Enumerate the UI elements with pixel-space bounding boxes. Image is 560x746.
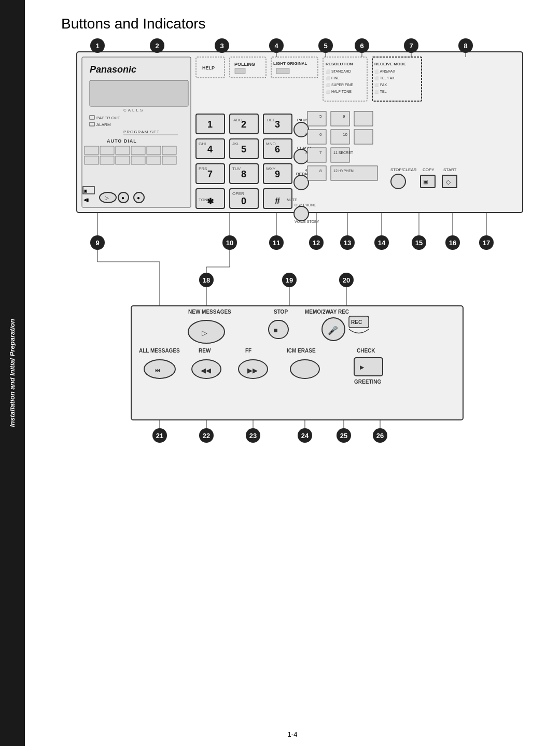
svg-text:3: 3: [220, 42, 223, 50]
svg-text:STOP: STOP: [274, 309, 288, 315]
svg-text:0: 0: [241, 196, 246, 206]
svg-text:▷: ▷: [202, 329, 207, 337]
svg-point-121: [391, 174, 405, 189]
svg-text:⏹: ⏹: [273, 327, 278, 333]
svg-text:#: #: [275, 196, 280, 206]
svg-text:ICM ERASE: ICM ERASE: [287, 348, 316, 354]
svg-rect-116: [331, 166, 377, 180]
svg-text:7: 7: [409, 42, 413, 50]
svg-text:21: 21: [156, 432, 163, 440]
svg-rect-101: [354, 111, 373, 126]
svg-rect-12: [85, 146, 99, 154]
svg-rect-3: [90, 80, 188, 106]
svg-text:2: 2: [155, 42, 159, 50]
svg-text:5: 5: [241, 144, 246, 154]
svg-text:◀◀: ◀◀: [201, 367, 211, 374]
svg-text:1: 1: [95, 42, 99, 50]
svg-rect-17: [162, 146, 176, 154]
svg-text:PRS: PRS: [199, 166, 207, 171]
svg-text:✱: ✱: [207, 197, 214, 206]
svg-rect-14: [116, 146, 130, 154]
svg-text:18: 18: [203, 276, 210, 284]
svg-text:▣: ▣: [423, 179, 428, 185]
svg-text:⬜ SUPER FINE: ⬜ SUPER FINE: [326, 82, 353, 87]
svg-text:⬜ TEL: ⬜ TEL: [374, 89, 387, 94]
svg-rect-182: [269, 320, 288, 339]
svg-text:5: 5: [319, 114, 322, 119]
svg-text:6: 6: [360, 42, 363, 50]
svg-text:TUV: TUV: [232, 166, 241, 171]
svg-point-199: [290, 360, 319, 378]
svg-text:2: 2: [305, 132, 307, 136]
svg-rect-15: [131, 146, 145, 154]
svg-text:MUTE: MUTE: [287, 198, 297, 202]
svg-text:25: 25: [340, 432, 347, 440]
svg-text:4: 4: [207, 144, 213, 154]
svg-text:19: 19: [286, 276, 293, 284]
svg-text:7: 7: [319, 150, 322, 155]
svg-text:3: 3: [275, 119, 280, 130]
svg-text:●: ●: [121, 195, 124, 201]
svg-text:NEW MESSAGES: NEW MESSAGES: [188, 309, 231, 315]
svg-rect-40: [276, 68, 289, 74]
main-content: Buttons and Indicators Panasonic CALLS P…: [25, 0, 560, 746]
svg-text:7: 7: [207, 169, 213, 179]
svg-text:2: 2: [241, 119, 246, 130]
svg-rect-109: [307, 148, 326, 162]
svg-rect-201: [354, 358, 383, 376]
svg-text:9: 9: [343, 114, 345, 119]
svg-text:4: 4: [274, 42, 278, 50]
svg-rect-97: [307, 111, 326, 126]
svg-text:11 SECRET: 11 SECRET: [333, 151, 354, 154]
svg-text:◀▮: ◀▮: [83, 198, 89, 202]
svg-text:OPER: OPER: [232, 191, 244, 196]
svg-text:22: 22: [203, 432, 210, 440]
svg-text:MEMO/2WAY REC: MEMO/2WAY REC: [305, 309, 349, 315]
svg-text:8: 8: [464, 42, 467, 50]
svg-text:⏮: ⏮: [155, 367, 160, 373]
svg-text:⬜ TEL/FAX: ⬜ TEL/FAX: [374, 76, 395, 80]
svg-text:🎤: 🎤: [328, 326, 338, 335]
sidebar-label: Installation and Initial Preparation: [8, 319, 17, 427]
svg-rect-16: [147, 146, 161, 154]
svg-text:5: 5: [324, 42, 327, 50]
svg-text:ALARM: ALARM: [96, 122, 111, 127]
svg-rect-22: [147, 156, 161, 164]
svg-text:4: 4: [305, 168, 307, 173]
svg-rect-20: [116, 156, 130, 164]
svg-text:REC: REC: [351, 319, 362, 325]
svg-text:CHECK: CHECK: [357, 348, 375, 354]
svg-text:▶: ▶: [360, 364, 365, 370]
svg-rect-114: [307, 166, 326, 180]
svg-text:14: 14: [378, 239, 386, 247]
svg-rect-23: [162, 156, 176, 164]
svg-text:HELP: HELP: [202, 65, 215, 71]
svg-text:PROGRAM  SET: PROGRAM SET: [123, 130, 160, 134]
svg-text:⬜ STANDARD: ⬜ STANDARD: [326, 69, 351, 74]
svg-text:8: 8: [319, 168, 322, 173]
svg-text:8: 8: [241, 169, 246, 179]
svg-text:17: 17: [483, 239, 490, 247]
svg-rect-19: [100, 156, 114, 164]
svg-text:9: 9: [95, 239, 99, 247]
svg-rect-37: [235, 68, 245, 74]
svg-text:12 HYPHEN: 12 HYPHEN: [333, 169, 354, 173]
svg-text:1: 1: [207, 119, 213, 130]
svg-text:24: 24: [301, 432, 309, 440]
svg-text:FF: FF: [245, 348, 251, 354]
svg-text:VOICE STOBY: VOICE STOBY: [295, 220, 319, 223]
svg-text:CALLS: CALLS: [123, 108, 144, 112]
svg-text:▶▶: ▶▶: [247, 367, 258, 374]
svg-text:COPY: COPY: [423, 167, 435, 172]
svg-text:▣: ▣: [83, 189, 88, 193]
svg-text:OSP·PHONE: OSP·PHONE: [295, 203, 316, 207]
svg-text:15: 15: [415, 239, 423, 247]
svg-text:10: 10: [343, 132, 347, 137]
svg-text:▷: ▷: [105, 195, 109, 201]
svg-text:STOP/CLEAR: STOP/CLEAR: [390, 167, 417, 172]
svg-text:◇: ◇: [446, 178, 451, 186]
svg-text:●: ●: [137, 195, 140, 201]
svg-text:RECEIVE MODE: RECEIVE MODE: [374, 62, 407, 66]
svg-text:⬜ ANS/FAX: ⬜ ANS/FAX: [374, 69, 395, 74]
svg-text:13: 13: [344, 239, 351, 247]
